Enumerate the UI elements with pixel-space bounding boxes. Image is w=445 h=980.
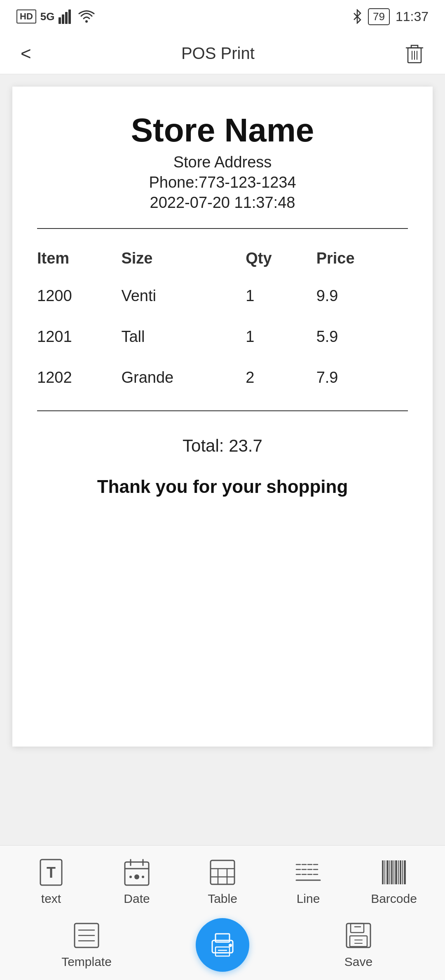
text-label: text xyxy=(41,892,61,906)
template-icon xyxy=(73,922,100,949)
toolbar-item-barcode[interactable]: Barcode xyxy=(363,858,425,906)
svg-rect-11 xyxy=(125,862,149,885)
cell-price: 5.9 xyxy=(312,316,408,357)
toolbar-item-save[interactable]: Save xyxy=(328,921,389,969)
svg-point-16 xyxy=(129,876,132,878)
save-icon xyxy=(345,922,372,949)
table-row: 1202Grande27.9 xyxy=(37,357,408,398)
page-title: POS Print xyxy=(181,44,255,63)
template-label: Template xyxy=(61,955,112,969)
receipt-total: Total: 23.7 xyxy=(37,424,408,468)
trash-icon xyxy=(405,43,424,64)
svg-rect-1 xyxy=(62,14,64,24)
wifi-icon xyxy=(78,10,95,23)
svg-rect-53 xyxy=(215,947,230,956)
template-icon-container xyxy=(72,921,101,950)
hd-badge: HD xyxy=(16,9,36,24)
toolbar-item-table[interactable]: Table xyxy=(192,858,253,906)
toolbar-item-template[interactable]: Template xyxy=(56,921,117,969)
back-button[interactable]: < xyxy=(16,39,35,68)
svg-rect-18 xyxy=(211,860,234,884)
status-right: 79 11:37 xyxy=(352,8,429,25)
svg-rect-46 xyxy=(404,860,406,884)
network-label: 5G xyxy=(40,10,55,23)
bluetooth-icon xyxy=(352,9,362,24)
toolbar-row1: T text Date xyxy=(0,858,445,906)
bottom-toolbar: T text Date xyxy=(0,845,445,980)
toolbar-item-date[interactable]: Date xyxy=(106,858,168,906)
svg-rect-41 xyxy=(393,860,394,884)
nav-bar: < POS Print xyxy=(0,33,445,74)
items-table: Item Size Qty Price 1200Venti19.91201Tal… xyxy=(37,241,408,398)
svg-rect-58 xyxy=(351,923,364,933)
table-icon-container xyxy=(208,858,237,887)
time-display: 11:37 xyxy=(396,9,429,24)
store-phone: Phone:773-123-1234 xyxy=(37,174,408,191)
svg-rect-45 xyxy=(402,860,403,884)
col-qty: Qty xyxy=(241,241,312,276)
store-name: Store Name xyxy=(37,111,408,149)
receipt-preview: Store Name Store Address Phone:773-123-1… xyxy=(12,87,433,747)
receipt-footer: Thank you for your shopping xyxy=(37,476,408,497)
table-label: Table xyxy=(208,892,237,906)
cell-size: Venti xyxy=(117,276,241,316)
barcode-icon-container xyxy=(379,858,408,887)
svg-rect-38 xyxy=(386,860,389,884)
svg-rect-0 xyxy=(59,17,61,24)
svg-rect-40 xyxy=(391,860,393,884)
toolbar-item-text[interactable]: T text xyxy=(20,858,82,906)
cell-item: 1201 xyxy=(37,316,117,357)
receipt-container: Store Name Store Address Phone:773-123-1… xyxy=(0,74,445,845)
date-label: Date xyxy=(124,892,150,906)
text-icon: T xyxy=(39,858,63,887)
cell-size: Grande xyxy=(117,357,241,398)
col-item: Item xyxy=(37,241,117,276)
svg-point-56 xyxy=(229,944,232,947)
signal-icon xyxy=(59,9,74,24)
cell-item: 1200 xyxy=(37,276,117,316)
svg-text:T: T xyxy=(47,864,56,881)
store-address: Store Address xyxy=(37,153,408,171)
cell-price: 9.9 xyxy=(312,276,408,316)
receipt-header: Store Name Store Address Phone:773-123-1… xyxy=(37,111,408,212)
status-left: HD 5G xyxy=(16,9,95,24)
svg-rect-3 xyxy=(68,9,71,24)
svg-rect-43 xyxy=(398,860,399,884)
svg-rect-39 xyxy=(389,860,390,884)
svg-point-17 xyxy=(142,876,144,878)
delete-button[interactable] xyxy=(400,39,429,68)
save-icon-container xyxy=(344,921,373,950)
barcode-label: Barcode xyxy=(371,892,417,906)
table-header-row: Item Size Qty Price xyxy=(37,241,408,276)
col-price: Price xyxy=(312,241,408,276)
col-size: Size xyxy=(117,241,241,276)
svg-rect-42 xyxy=(395,860,397,884)
print-icon xyxy=(208,931,237,959)
store-datetime: 2022-07-20 11:37:48 xyxy=(37,194,408,212)
cell-size: Tall xyxy=(117,316,241,357)
cell-qty: 1 xyxy=(241,276,312,316)
svg-point-15 xyxy=(134,874,139,879)
toolbar-row2: Template xyxy=(0,918,445,972)
line-icon-container xyxy=(294,858,323,887)
header-divider xyxy=(37,228,408,229)
svg-rect-59 xyxy=(350,936,367,947)
toolbar-item-line[interactable]: Line xyxy=(277,858,339,906)
status-bar: HD 5G 79 11:37 xyxy=(0,0,445,33)
print-button[interactable] xyxy=(196,918,249,972)
table-row: 1201Tall15.9 xyxy=(37,316,408,357)
date-icon xyxy=(123,858,150,887)
text-icon-container: T xyxy=(37,858,66,887)
svg-point-4 xyxy=(85,20,88,23)
cell-price: 7.9 xyxy=(312,357,408,398)
save-label: Save xyxy=(344,955,372,969)
barcode-icon xyxy=(380,859,408,886)
line-label: Line xyxy=(297,892,320,906)
date-icon-container xyxy=(122,858,151,887)
cell-item: 1202 xyxy=(37,357,117,398)
table-icon xyxy=(209,859,236,886)
cell-qty: 2 xyxy=(241,357,312,398)
line-icon xyxy=(295,859,322,886)
cell-qty: 1 xyxy=(241,316,312,357)
svg-rect-2 xyxy=(65,12,68,24)
